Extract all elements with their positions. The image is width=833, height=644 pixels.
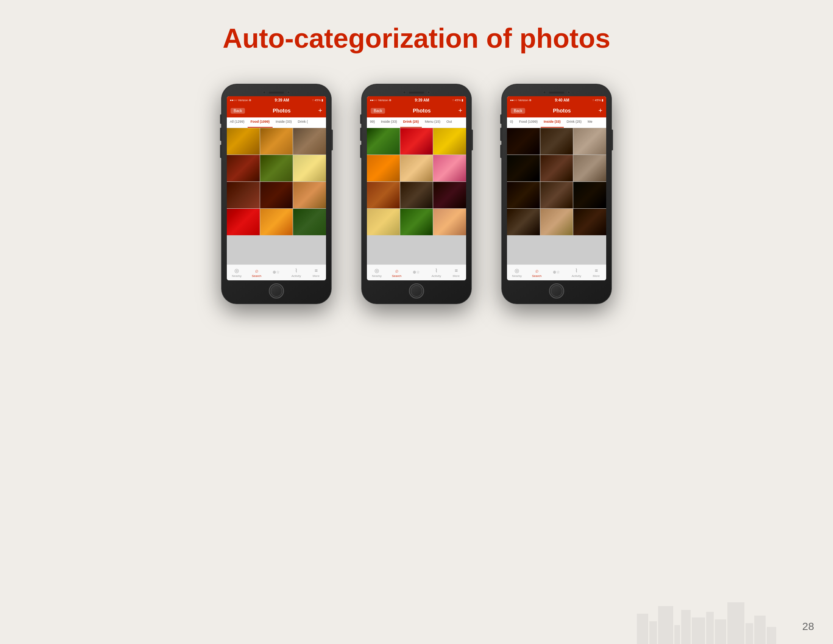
photo-cell[interactable] [260,182,293,208]
photo-cell[interactable] [293,155,326,182]
more-tab-2[interactable]: ≡ More [448,267,465,278]
side-button-mute-3 [500,114,502,124]
photo-cell[interactable] [227,128,260,155]
photo-cell[interactable] [400,155,433,182]
tab-all-1[interactable]: All (1299) [227,118,248,128]
more-tab-1[interactable]: ≡ More [308,267,325,278]
bookmarks-tab-3[interactable]: ⊕☆ [548,270,565,275]
tab-drink-1[interactable]: Drink ( [295,118,311,128]
search-icon-1: ⌕ [255,267,258,274]
tab-drink-2[interactable]: Drink (25) [400,118,422,128]
photo-cell[interactable] [400,209,433,235]
tab-drink-3[interactable]: Drink (25) [564,118,585,128]
tab-inside-1[interactable]: Inside (33) [273,118,295,128]
tab-out-2[interactable]: Out [443,118,455,128]
search-tab-3[interactable]: ⌕ Search [529,267,545,278]
photo-cell[interactable] [433,209,466,235]
back-button-2[interactable]: Back [371,108,385,114]
bottom-bar-2: ◎ Nearby ⌕ Search ⊕☆ ⌇ Activity ≡ Mor [367,264,466,280]
phone-2-screen: ●●○○ Verizon ⊕ 9:39 AM ↑ 45% ▮ Back Phot… [367,96,466,280]
side-button-vol-up [220,128,222,141]
more-tab-3[interactable]: ≡ More [588,267,605,278]
tab-inside-3[interactable]: Inside (33) [541,118,564,128]
photo-cell[interactable] [540,182,573,208]
search-tab-2[interactable]: ⌕ Search [389,267,405,278]
photo-cell[interactable] [540,209,573,235]
photo-cell[interactable] [227,155,260,182]
photo-cell[interactable] [260,128,293,155]
tab-inside-2[interactable]: Inside (33) [378,118,400,128]
photo-cell[interactable] [400,182,433,208]
tab-menu-2[interactable]: Menu (15) [422,118,443,128]
photo-cell[interactable] [507,128,540,155]
back-button-1[interactable]: Back [231,108,245,114]
activity-icon-2: ⌇ [435,267,438,274]
status-bar-1: ●●○○ Verizon ⊕ 9:39 AM ↑ 45% ▮ [227,96,326,104]
photo-cell[interactable] [507,155,540,182]
home-button-1[interactable] [269,283,284,298]
activity-label-1: Activity [291,274,301,278]
activity-tab-2[interactable]: ⌇ Activity [428,267,444,278]
photo-cell[interactable] [293,128,326,155]
photo-cell[interactable] [573,128,606,155]
nearby-label-3: Nearby [512,274,522,278]
home-button-2[interactable] [409,283,424,298]
tab-0-3[interactable]: 0) [507,118,516,128]
front-camera [263,91,266,94]
photo-cell[interactable] [433,182,466,208]
skyline-decoration [637,602,776,644]
photo-cell[interactable] [367,209,400,235]
home-button-3[interactable] [549,283,564,298]
side-button-vol-down-3 [500,145,502,158]
nearby-tab-2[interactable]: ◎ Nearby [368,267,385,278]
nearby-tab-1[interactable]: ◎ Nearby [228,267,245,278]
photo-cell[interactable] [227,182,260,208]
bookmarks-tab-1[interactable]: ⊕☆ [268,270,285,275]
bookmarks-tab-2[interactable]: ⊕☆ [408,270,425,275]
photo-cell[interactable] [260,155,293,182]
add-photo-button-2[interactable]: + [458,107,462,115]
activity-tab-3[interactable]: ⌇ Activity [568,267,585,278]
search-icon-2: ⌕ [395,267,398,274]
carrier-1: ●●○○ Verizon ⊕ [230,98,251,102]
category-tabs-2: 99) Inside (33) Drink (25) Menu (15) Out [367,118,466,128]
tab-food-1[interactable]: Food (1099) [248,118,273,128]
photo-cell[interactable] [367,155,400,182]
photo-cell[interactable] [540,128,573,155]
side-button-vol-up-2 [360,128,362,141]
photo-cell[interactable] [540,155,573,182]
time-3: 9:40 AM [555,98,569,102]
photo-cell[interactable] [507,182,540,208]
add-photo-button-1[interactable]: + [318,107,322,115]
photo-cell[interactable] [507,209,540,235]
category-tabs-3: 0) Food (1099) Inside (33) Drink (25) Me [507,118,606,128]
activity-tab-1[interactable]: ⌇ Activity [288,267,304,278]
earpiece-speaker [269,92,284,93]
photo-cell[interactable] [573,155,606,182]
photo-cell[interactable] [573,209,606,235]
back-button-3[interactable]: Back [511,108,525,114]
earpiece-speaker-3 [549,92,564,93]
phone-3: ●●○○ Verizon ⊕ 9:40 AM ↑ 45% ▮ Back Phot… [502,84,611,304]
page-number: 28 [802,620,814,633]
nearby-tab-3[interactable]: ◎ Nearby [508,267,525,278]
photo-cell[interactable] [293,182,326,208]
search-label-3: Search [532,274,542,278]
nav-bar-3: Back Photos + [507,104,606,118]
side-button-power [331,130,333,150]
photo-cell[interactable] [260,209,293,235]
add-photo-button-3[interactable]: + [598,107,602,115]
tab-99-2[interactable]: 99) [367,118,378,128]
photo-cell[interactable] [367,182,400,208]
photo-cell[interactable] [573,182,606,208]
tab-food-3[interactable]: Food (1099) [516,118,541,128]
photo-cell[interactable] [433,128,466,155]
photo-cell[interactable] [400,128,433,155]
front-sensor [287,91,290,94]
photo-cell[interactable] [293,209,326,235]
tab-me-3[interactable]: Me [585,118,596,128]
search-tab-1[interactable]: ⌕ Search [248,267,265,278]
photo-cell[interactable] [227,209,260,235]
photo-cell[interactable] [433,155,466,182]
photo-cell[interactable] [367,128,400,155]
